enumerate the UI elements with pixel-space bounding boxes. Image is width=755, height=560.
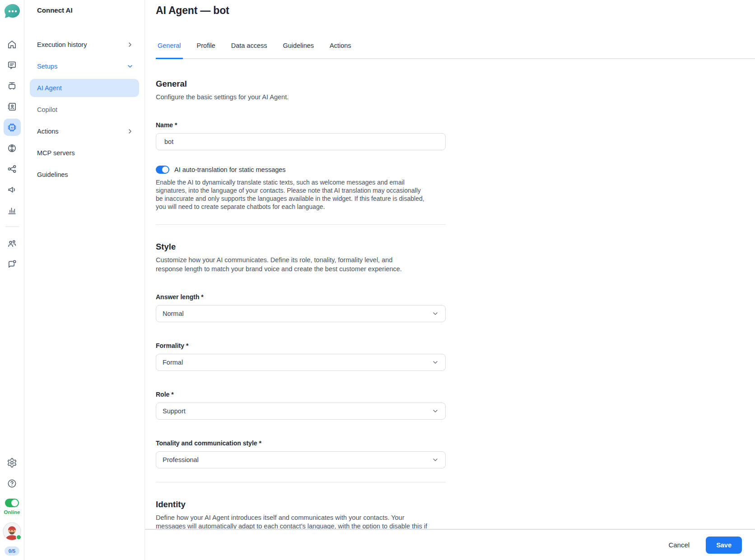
- sidebar-item-mcp-servers[interactable]: MCP servers: [30, 144, 139, 162]
- translation-toggle-label: AI auto-translation for static messages: [174, 166, 286, 173]
- sidebar-item-copilot[interactable]: Copilot: [30, 101, 139, 119]
- workflows-icon[interactable]: [4, 163, 21, 174]
- secondary-sidebar: Connect AI Execution history Setups AI A…: [24, 0, 145, 560]
- tab-data-access[interactable]: Data access: [229, 42, 269, 58]
- cancel-button[interactable]: Cancel: [668, 541, 690, 549]
- sidebar-item-label: AI Agent: [37, 84, 62, 92]
- chevron-down-icon: [432, 310, 439, 317]
- icon-rail: AI Online: [0, 0, 24, 560]
- chevron-down-icon: [432, 359, 439, 366]
- tab-general[interactable]: General: [156, 42, 183, 59]
- svg-text:AI: AI: [10, 126, 13, 129]
- contacts-icon[interactable]: [4, 101, 21, 112]
- footer-bar: Cancel Save: [145, 529, 755, 560]
- formality-label: Formality *: [156, 342, 755, 349]
- section-divider: [156, 482, 446, 482]
- reports-icon[interactable]: [4, 205, 21, 216]
- home-icon[interactable]: [4, 39, 21, 50]
- answer-length-value: Normal: [163, 310, 184, 317]
- style-section-heading: Style: [156, 242, 755, 252]
- sidebar-item-guidelines[interactable]: Guidelines: [30, 166, 139, 184]
- chevron-right-icon: [126, 128, 134, 135]
- ai-agent-icon[interactable]: AI: [4, 119, 21, 136]
- tab-bar: General Profile Data access Guidelines A…: [156, 42, 755, 59]
- section-divider: [156, 224, 446, 225]
- sidebar-item-label: Execution history: [37, 41, 87, 48]
- tab-actions[interactable]: Actions: [328, 42, 353, 58]
- help-icon[interactable]: [4, 478, 21, 489]
- role-label: Role *: [156, 391, 755, 398]
- identity-section-heading: Identity: [156, 500, 755, 509]
- chevron-down-icon: [126, 63, 134, 70]
- formality-select[interactable]: Formal: [156, 354, 446, 371]
- tab-guidelines[interactable]: Guidelines: [281, 42, 316, 58]
- role-select[interactable]: Support: [156, 403, 446, 420]
- rail-divider: [5, 227, 19, 227]
- sidebar-title: Connect AI: [30, 5, 139, 14]
- settings-icon[interactable]: [4, 457, 21, 468]
- tonality-select[interactable]: Professional: [156, 451, 446, 468]
- sidebar-item-label: Actions: [37, 128, 59, 135]
- chevron-down-icon: [432, 407, 439, 415]
- translation-toggle-description: Enable the AI to dynamically translate s…: [156, 178, 427, 211]
- feedback-icon[interactable]: [4, 259, 21, 269]
- connect-ai-logo-icon: [3, 3, 21, 21]
- chevron-down-icon: [432, 456, 439, 463]
- general-section-heading: General: [156, 79, 755, 89]
- online-label: Online: [4, 509, 20, 515]
- style-section-description: Customize how your AI communicates. Defi…: [156, 256, 420, 273]
- conversations-icon[interactable]: [4, 60, 21, 70]
- sidebar-item-execution-history[interactable]: Execution history: [30, 36, 139, 54]
- chevron-right-icon: [126, 41, 134, 48]
- answer-length-label: Answer length *: [156, 293, 755, 301]
- sidebar-item-actions[interactable]: Actions: [30, 122, 139, 140]
- knowledge-icon[interactable]: [4, 143, 21, 153]
- tonality-value: Professional: [163, 456, 199, 463]
- save-button[interactable]: Save: [706, 537, 742, 554]
- sidebar-item-ai-agent[interactable]: AI Agent: [30, 79, 139, 97]
- name-input[interactable]: [156, 133, 446, 150]
- sidebar-item-label: Setups: [37, 63, 57, 70]
- translation-toggle-row: AI auto-translation for static messages: [156, 166, 755, 174]
- tickets-icon[interactable]: [4, 80, 21, 91]
- name-label: Name *: [156, 121, 755, 129]
- sidebar-item-setups[interactable]: Setups: [30, 57, 139, 75]
- tonality-label: Tonality and communication style *: [156, 440, 755, 447]
- general-section-description: Configure the basic settings for your AI…: [156, 93, 427, 102]
- sidebar-item-label: Guidelines: [37, 171, 68, 178]
- answer-length-select[interactable]: Normal: [156, 305, 446, 322]
- sidebar-item-label: MCP servers: [37, 149, 75, 157]
- main-content: AI Agent — bot General Profile Data acce…: [145, 0, 755, 560]
- user-avatar[interactable]: [3, 522, 21, 541]
- translation-toggle[interactable]: [156, 166, 169, 174]
- team-icon[interactable]: [4, 238, 21, 249]
- usage-badge: 0/5: [5, 546, 19, 555]
- page-title: AI Agent — bot: [156, 5, 755, 17]
- settings-page: AI Agent — bot General Profile Data acce…: [145, 0, 755, 560]
- sidebar-item-label: Copilot: [37, 106, 57, 113]
- broadcast-icon[interactable]: [4, 184, 21, 195]
- avatar-status-dot: [16, 534, 22, 540]
- online-toggle[interactable]: [5, 499, 19, 507]
- formality-value: Formal: [163, 359, 183, 366]
- tab-profile[interactable]: Profile: [195, 42, 217, 58]
- role-value: Support: [163, 407, 186, 415]
